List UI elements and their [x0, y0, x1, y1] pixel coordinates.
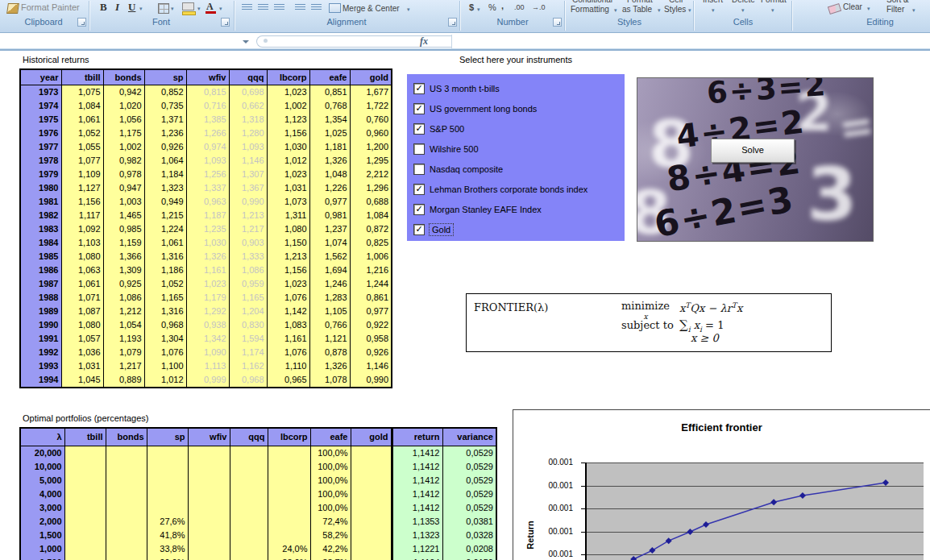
column-header-tbill[interactable]: tbill [61, 69, 103, 85]
cell[interactable]: 0,990 [229, 195, 267, 209]
cell[interactable]: 1976 [20, 127, 61, 140]
cell[interactable]: 1,121 [309, 332, 350, 346]
cell[interactable]: 1,465 [103, 209, 144, 222]
format-painter-button[interactable]: Format Painter [21, 2, 80, 12]
cell[interactable]: 1,292 [186, 305, 229, 318]
cell[interactable]: 33,0% [268, 556, 310, 560]
cell[interactable]: 1,337 [186, 181, 229, 195]
cell[interactable]: 1,057 [61, 332, 103, 346]
cell[interactable]: 1,084 [61, 99, 103, 113]
align-left-icon[interactable] [242, 4, 252, 11]
cell[interactable]: 0,977 [309, 195, 350, 209]
accounting-format-button[interactable]: $ [469, 2, 474, 12]
cell[interactable]: 1,215 [144, 209, 186, 222]
cell[interactable]: 1,023 [186, 277, 229, 291]
cell[interactable]: 1,246 [309, 277, 350, 291]
instrument-label[interactable]: US 3 month t-bills [430, 84, 500, 93]
italic-button[interactable]: I [115, 1, 119, 14]
cell[interactable] [230, 529, 268, 542]
cell[interactable]: 1,500 [20, 529, 64, 542]
cell[interactable]: 100,0% [310, 501, 351, 515]
cell[interactable]: 0,735 [144, 99, 186, 113]
cell[interactable] [64, 474, 106, 487]
cell[interactable]: 0,990 [350, 373, 392, 388]
cell[interactable]: 1,076 [267, 291, 309, 305]
cell[interactable]: 1,113 [186, 359, 229, 373]
cell[interactable] [147, 501, 188, 515]
cell[interactable]: 0,981 [309, 209, 350, 222]
cell[interactable] [268, 515, 310, 529]
cell[interactable]: 0,974 [186, 140, 229, 154]
cell[interactable]: 0,985 [103, 222, 144, 236]
cell[interactable]: 1,1412 [392, 487, 442, 501]
cell[interactable]: 33,8% [147, 542, 188, 556]
cell[interactable]: 0,825 [350, 236, 392, 250]
cell[interactable] [230, 515, 268, 529]
column-header-bonds[interactable]: bonds [103, 69, 144, 85]
cell[interactable] [230, 556, 268, 560]
checkbox-checked[interactable]: ✓ [413, 224, 425, 235]
instrument-label[interactable]: Gold [430, 224, 453, 235]
cell[interactable]: 1993 [20, 359, 61, 373]
cell[interactable]: 1,187 [186, 209, 229, 222]
cell[interactable]: 1,146 [350, 359, 392, 373]
column-header-lbcorp[interactable]: lbcorp [268, 428, 310, 446]
cell[interactable] [64, 446, 106, 461]
cell[interactable]: 1,036 [61, 346, 103, 359]
cell[interactable]: 1,052 [144, 277, 186, 291]
cell[interactable]: 42,2% [310, 542, 351, 556]
format-as-table-button-line2[interactable]: as Table [622, 5, 652, 14]
conditional-formatting-button[interactable]: Conditional [572, 0, 612, 4]
cell[interactable]: 1,117 [61, 209, 103, 222]
cell[interactable]: 1,224 [144, 222, 186, 236]
cell[interactable]: 1,086 [229, 263, 267, 277]
cell[interactable] [351, 487, 392, 501]
cell-styles-dropdown-icon[interactable]: ▾ [688, 7, 691, 14]
cell[interactable] [147, 446, 188, 461]
cell[interactable]: 1,056 [103, 113, 144, 127]
cell[interactable]: 1,079 [103, 346, 144, 359]
cell[interactable] [351, 529, 392, 542]
cell[interactable] [64, 556, 106, 560]
cell[interactable]: 1,103 [61, 236, 103, 250]
cell[interactable]: 1,354 [309, 113, 350, 127]
cell[interactable]: 1,077 [61, 154, 103, 168]
cell[interactable]: 1,326 [309, 154, 350, 168]
cell[interactable]: 0,963 [186, 195, 229, 209]
cell[interactable]: 1,161 [267, 332, 309, 346]
historical-returns-table[interactable]: yeartbillbondsspwfivqqqlbcorpeafegold197… [19, 68, 392, 388]
cell[interactable]: 1,052 [61, 127, 103, 140]
cell[interactable]: 1,184 [144, 168, 186, 181]
checkbox-checked[interactable]: ✓ [413, 123, 425, 135]
cell[interactable]: 0,0529 [442, 474, 496, 487]
cell[interactable]: 27,6% [147, 515, 188, 529]
cell[interactable]: 0,768 [309, 99, 350, 113]
cell[interactable] [351, 501, 392, 515]
cell[interactable] [230, 501, 268, 515]
cell[interactable]: 1,200 [350, 140, 392, 154]
cell[interactable]: 72,4% [310, 515, 351, 529]
cell[interactable]: 1,045 [61, 373, 103, 388]
cell[interactable] [106, 501, 147, 515]
cell[interactable]: 1,333 [229, 250, 267, 263]
cell[interactable] [106, 529, 147, 542]
align-right-icon[interactable] [274, 4, 284, 11]
font-color-dropdown-icon[interactable]: ▾ [219, 6, 222, 12]
cell[interactable] [64, 460, 106, 474]
cell[interactable]: 1,023 [267, 277, 309, 291]
name-box-dropdown-icon[interactable] [243, 40, 249, 44]
checkbox-unchecked[interactable] [413, 164, 425, 175]
cell[interactable]: 1,385 [186, 113, 229, 127]
cell[interactable]: 1,316 [144, 305, 186, 318]
cell[interactable]: 1,093 [229, 140, 267, 154]
cell[interactable]: 0,766 [309, 318, 350, 332]
cell[interactable] [230, 542, 268, 556]
cell[interactable] [64, 529, 106, 542]
cell[interactable]: 1,367 [229, 181, 267, 195]
cell[interactable]: 1,156 [267, 263, 309, 277]
cell[interactable] [188, 556, 230, 560]
font-dialog-launcher[interactable] [221, 18, 230, 27]
cell[interactable]: 1,002 [267, 99, 309, 113]
cell[interactable]: 0,926 [350, 346, 392, 359]
cell[interactable] [351, 515, 392, 529]
